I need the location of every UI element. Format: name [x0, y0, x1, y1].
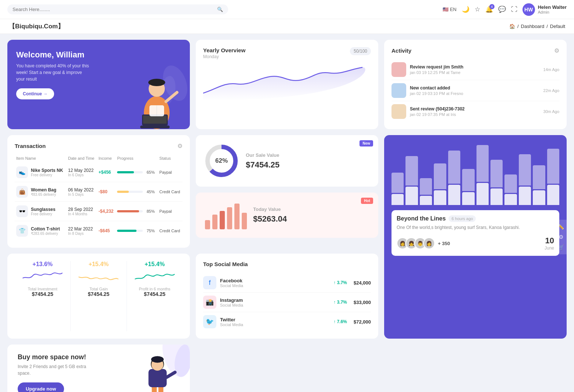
table-row: 👜 Women Bag ₹83.65 delivery 06 May 2022 …: [15, 182, 183, 202]
stat-amount: $7454.25: [32, 291, 53, 297]
bar-column: [434, 163, 446, 205]
item-name: Sunglasses: [31, 207, 56, 212]
bell-button[interactable]: 🔔 4: [485, 6, 493, 13]
social-list: f Facebook Social Media ↑ 3.7% $24,000 📸…: [203, 273, 371, 331]
transaction-card: Transaction ⚙ Item NameDate and TimeInco…: [7, 135, 190, 248]
bar-segment-bottom: [519, 187, 531, 205]
breadcrumb-dashboard[interactable]: Dashboard: [521, 24, 545, 29]
item-icon: 🕶️: [16, 205, 28, 217]
social-revenue: $72,000: [354, 319, 371, 325]
item-income: -$4,232: [97, 202, 116, 221]
social-growth: ↑ 7.6%: [333, 319, 347, 324]
item-name: Cotton T-shirt: [31, 226, 60, 232]
transaction-title: Transaction: [15, 143, 46, 149]
social-item: f Facebook Social Media ↑ 3.7% $24,000: [203, 273, 371, 293]
social-growth: ↑ 3.7%: [333, 300, 347, 305]
bar-segment-top: [490, 160, 503, 187]
user-profile[interactable]: HW Helen Walter Admin: [522, 3, 567, 16]
yearly-day: Monday: [203, 54, 245, 59]
bar-column: [533, 165, 545, 205]
avatar-stack: 👩👧👨👩: [397, 237, 435, 249]
activity-item: Review request jim Smith jan 03 19 12:25…: [391, 59, 559, 80]
item-income: -$80: [97, 182, 116, 202]
middle-column: New 62% Our Sale Value $7454.25 Hot: [196, 135, 378, 248]
continue-button[interactable]: Continue →: [16, 88, 54, 99]
bar-segment-top: [405, 156, 418, 186]
item-days: In 4 Months: [68, 212, 96, 216]
svg-rect-16: [220, 211, 225, 229]
search-bar[interactable]: 🔍: [7, 4, 228, 14]
bar-segment-top: [519, 154, 531, 186]
item-sub: Free delivery: [31, 212, 56, 216]
social-item: 🐦 Twitter Social Media ↑ 7.6% $72,000: [203, 312, 371, 331]
user-name: Helen Walter: [538, 4, 567, 10]
progress-fill: [117, 171, 134, 173]
activity-settings-button[interactable]: ⚙: [554, 47, 559, 54]
progress-bar: [117, 210, 143, 212]
table-row: 🕶️ Sunglasses Free delivery 28 Sep 2022 …: [15, 202, 183, 221]
date-month: June: [545, 246, 554, 251]
bar-column: [476, 145, 489, 205]
today-info: Today Value $5263.04: [253, 206, 287, 224]
table-row: 👕 Cotton T-shirt ₹283.65 delivery 22 Mar…: [15, 221, 183, 241]
activity-thumb: [391, 104, 406, 119]
mini-stat: +13.6% Total Investment $7454.25: [15, 261, 71, 331]
table-row: 👟 Nike Sports NK Free delivery 12 May 20…: [15, 163, 183, 182]
activity-item-title: Sent review (504)236-7302: [410, 106, 540, 112]
beyond-desc: One Of the world,s brightest, young surf…: [397, 224, 554, 231]
social-item: 📸 Instagram Social Media ↑ 3.7% $33,000: [203, 293, 371, 312]
activity-card: Activity ⚙ Review request jim Smith jan …: [384, 40, 567, 129]
item-status: Credit Card: [158, 221, 183, 241]
donut-chart: 62%: [203, 142, 240, 179]
table-header: Income: [97, 154, 116, 163]
sparkline-chart: [18, 270, 67, 285]
welcome-card: Welcome, William You have completed 40% …: [7, 40, 190, 129]
welcome-illustration: [116, 40, 190, 129]
sparkline-chart: [131, 270, 179, 285]
sale-info: Our Sale Value $7454.25: [246, 152, 280, 170]
activity-item: Sent review (504)236-7302 jan 02 19 07:3…: [391, 101, 559, 122]
chat-button[interactable]: 💬: [498, 6, 506, 13]
item-icon: 👜: [16, 186, 28, 198]
breadcrumb-sep: /: [517, 24, 519, 29]
home-icon[interactable]: 🏠: [509, 24, 515, 29]
star-button[interactable]: ☆: [475, 6, 480, 13]
svg-rect-15: [212, 215, 217, 229]
buyspace-illustration: [124, 345, 190, 392]
social-name: Twitter: [220, 317, 330, 322]
bar-column: [504, 174, 517, 205]
social-icon: 📸: [203, 296, 216, 309]
activity-thumb: [391, 62, 406, 77]
progress-fill: [117, 230, 137, 232]
search-input[interactable]: [13, 7, 214, 12]
bar-segment-top: [476, 145, 489, 182]
bar-chart-area: [391, 146, 559, 205]
transaction-settings-button[interactable]: ⚙: [177, 142, 183, 149]
upgrade-button[interactable]: Upgrade now: [18, 382, 64, 392]
activity-item-time: 30m Ago: [543, 109, 559, 114]
bar-column: [462, 169, 474, 205]
bar-segment-bottom: [448, 185, 460, 205]
brand-logo: 【Biqubiqu.Com】: [9, 22, 64, 31]
sale-value-card: New 62% Our Sale Value $7454.25: [196, 135, 378, 187]
language-selector[interactable]: 🇺🇸 EN: [443, 7, 457, 12]
svg-rect-6: [143, 116, 167, 124]
transaction-table: Item NameDate and TimeIncomeProgressStat…: [15, 154, 183, 240]
buyspace-title: Buy more space now!: [18, 353, 91, 361]
hot-badge: Hot: [361, 198, 373, 204]
item-date: 12 May 2022: [68, 168, 96, 173]
bell-badge: 4: [489, 4, 495, 9]
svg-point-27: [151, 356, 164, 363]
mini-stats-card: +13.6% Total Investment $7454.25 +15.4% …: [7, 254, 190, 339]
activity-item-sub: jan 02 19 07:35 PM at Iris: [410, 112, 540, 117]
bar-segment-bottom: [504, 194, 517, 205]
progress-label: 85%: [146, 209, 155, 213]
dark-mode-button[interactable]: 🌙: [462, 6, 470, 13]
item-icon: 👕: [16, 225, 28, 237]
beyond-card: Beyond the Lines 6 hours ago One Of the …: [391, 210, 559, 256]
item-status: Credit Card: [158, 182, 183, 202]
table-header: Date and Time: [67, 154, 97, 163]
activity-thumb: [391, 83, 406, 98]
fullscreen-button[interactable]: ⛶: [511, 6, 517, 13]
table-header: Item Name: [15, 154, 67, 163]
